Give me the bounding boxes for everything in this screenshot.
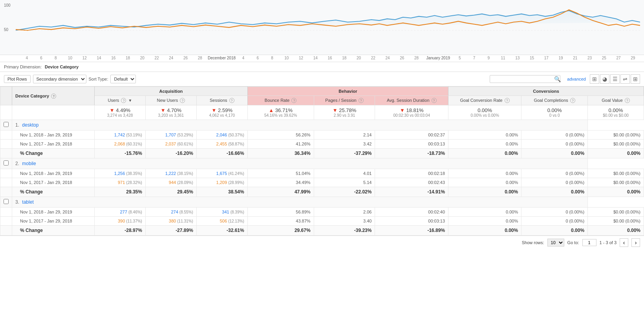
date1-goal-completions: 0 (0.00%) bbox=[521, 131, 588, 140]
date1-pages-session: 4.01 bbox=[314, 169, 375, 178]
date1-label: Nov 1, 2018 - Jan 29, 2019 bbox=[12, 208, 95, 217]
users-header[interactable]: Users ? ▼ bbox=[95, 96, 146, 105]
date1-users: 277 (8.46%) bbox=[95, 208, 146, 217]
goal-value-header[interactable]: Goal Value ? bbox=[588, 96, 644, 105]
bounce-rate-help-icon[interactable]: ? bbox=[291, 98, 296, 103]
date1-sessions: 1,675 (41.24%) bbox=[196, 169, 247, 178]
view-compare-button[interactable]: ⇌ bbox=[620, 74, 630, 84]
primary-dim-value: Device Category bbox=[45, 64, 79, 69]
date2-avg-session: 00:02:43 bbox=[375, 178, 448, 187]
date1-users: 1,256 (38.35%) bbox=[95, 169, 146, 178]
pages-session-help-icon[interactable]: ? bbox=[359, 98, 364, 103]
goal-completions-header[interactable]: Goal Completions ? bbox=[521, 96, 588, 105]
date2-users: 390 (11.37%) bbox=[95, 217, 146, 226]
sessions-help-icon[interactable]: ? bbox=[229, 98, 234, 103]
row-checkbox[interactable] bbox=[0, 120, 12, 131]
go-to-input[interactable] bbox=[582, 239, 596, 246]
date1-goal-conv-rate: 0.00% bbox=[448, 208, 521, 217]
date1-new-users: 274 (8.55%) bbox=[145, 208, 196, 217]
new-users-help-icon[interactable]: ? bbox=[180, 98, 185, 103]
date2-goal-conv-rate: 0.00% bbox=[448, 178, 521, 187]
date2-bounce-rate: 34.49% bbox=[247, 178, 314, 187]
view-list-button[interactable]: ☰ bbox=[610, 74, 620, 84]
date2-sessions: 2,455 (58.87%) bbox=[196, 140, 247, 149]
row-checkbox[interactable] bbox=[0, 158, 12, 169]
change-sessions: -16.66% bbox=[196, 149, 247, 158]
go-to-label: Go to: bbox=[567, 240, 579, 245]
date1-pages-session: 2.06 bbox=[314, 208, 375, 217]
new-users-header[interactable]: New Users ? bbox=[145, 96, 196, 105]
bounce-rate-header[interactable]: Bounce Rate ? bbox=[247, 96, 314, 105]
summary-avg-session-cell: ▼ 18.81% 00:02:30 vs 00:03:04 bbox=[375, 105, 448, 120]
date2-users: 971 (28.32%) bbox=[95, 178, 146, 187]
category-name: 1. desktop bbox=[12, 120, 588, 131]
date1-sessions: 2,046 (50.37%) bbox=[196, 131, 247, 140]
change-goal-conv-rate: 0.00% bbox=[448, 226, 521, 236]
date1-pages-session: 2.14 bbox=[314, 131, 375, 140]
change-goal-conv-rate: 0.00% bbox=[448, 187, 521, 197]
change-pages-session: -22.02% bbox=[314, 187, 375, 197]
goal-conv-rate-help-icon[interactable]: ? bbox=[505, 98, 510, 103]
change-row: % Change -15.76% -16.20% -16.66% 36.34% … bbox=[0, 149, 644, 158]
goal-completions-help-icon[interactable]: ? bbox=[570, 98, 575, 103]
acquisition-group-header: Acquisition bbox=[95, 87, 248, 96]
date2-row: Nov 1, 2017 - Jan 29, 2018 390 (11.37%) … bbox=[0, 217, 644, 226]
date2-goal-value: $0.00 (0.00%) bbox=[588, 178, 644, 187]
change-goal-completions: 0.00% bbox=[521, 187, 588, 197]
date2-goal-completions: 0 (0.00%) bbox=[521, 217, 588, 226]
sort-type-select[interactable]: Default bbox=[110, 75, 136, 83]
date2-new-users: 380 (11.31%) bbox=[145, 217, 196, 226]
date1-row: Nov 1, 2018 - Jan 29, 2019 277 (8.46%) 2… bbox=[0, 208, 644, 217]
next-page-button[interactable]: › bbox=[631, 238, 640, 247]
change-pages-session: -37.29% bbox=[314, 149, 375, 158]
device-category-help-icon[interactable]: ? bbox=[51, 94, 56, 99]
users-help-icon[interactable]: ? bbox=[121, 98, 126, 103]
category-row: 1. desktop bbox=[0, 120, 644, 131]
date2-goal-conv-rate: 0.00% bbox=[448, 140, 521, 149]
advanced-link[interactable]: advanced bbox=[567, 77, 586, 81]
show-rows-label: Show rows: bbox=[522, 240, 544, 245]
change-sessions: -32.61% bbox=[196, 226, 247, 236]
conversions-group-header: Conversions bbox=[448, 87, 644, 96]
view-grid-button[interactable]: ⊞ bbox=[590, 74, 599, 84]
goal-conv-rate-header[interactable]: Goal Conversion Rate ? bbox=[448, 96, 521, 105]
search-input[interactable] bbox=[490, 75, 560, 83]
sessions-header[interactable]: Sessions ? bbox=[196, 96, 247, 105]
avg-session-header[interactable]: Avg. Session Duration ? bbox=[375, 96, 448, 105]
summary-row: ▼ 4.49% 3,274 vs 3,428 ▼ 4.70% 3,203 vs … bbox=[0, 105, 644, 120]
date2-sessions: 506 (12.13%) bbox=[196, 217, 247, 226]
view-pie-button[interactable]: ◕ bbox=[600, 74, 609, 84]
page-info: 1 - 3 of 3 bbox=[600, 240, 617, 245]
summary-goal-conv-rate-cell: 0.00% 0.00% vs 0.00% bbox=[448, 105, 521, 120]
plot-rows-button[interactable]: Plot Rows bbox=[4, 75, 31, 83]
date1-row: Nov 1, 2018 - Jan 29, 2019 1,742 (53.19%… bbox=[0, 131, 644, 140]
date1-goal-completions: 0 (0.00%) bbox=[521, 208, 588, 217]
row-checkbox[interactable] bbox=[0, 197, 12, 208]
toolbar: Plot Rows Secondary dimension Sort Type:… bbox=[0, 72, 644, 86]
change-users: 29.35% bbox=[95, 187, 146, 197]
date1-avg-session: 00:02:37 bbox=[375, 131, 448, 140]
date1-bounce-rate: 51.04% bbox=[247, 169, 314, 178]
prev-page-button[interactable]: ‹ bbox=[620, 238, 628, 247]
show-rows-select[interactable]: 10 bbox=[547, 239, 564, 247]
date1-users: 1,742 (53.19%) bbox=[95, 131, 146, 140]
summary-sessions-cell: ▼ 2.59% 4,062 vs 4,170 bbox=[196, 105, 247, 120]
change-sessions: 38.54% bbox=[196, 187, 247, 197]
category-name: 2. mobile bbox=[12, 158, 588, 169]
secondary-dimension-select[interactable]: Secondary dimension bbox=[33, 75, 86, 83]
date2-row: Nov 1, 2017 - Jan 29, 2018 2,068 (60.31%… bbox=[0, 140, 644, 149]
avg-session-help-icon[interactable]: ? bbox=[432, 98, 437, 103]
change-bounce-rate: 29.67% bbox=[247, 226, 314, 236]
view-pivot-button[interactable]: ⊞ bbox=[631, 74, 640, 84]
change-goal-completions: 0.00% bbox=[521, 226, 588, 236]
change-row: % Change 29.35% 29.45% 38.54% 47.99% -22… bbox=[0, 187, 644, 197]
goal-value-help-icon[interactable]: ? bbox=[625, 98, 630, 103]
date1-bounce-rate: 56.26% bbox=[247, 131, 314, 140]
users-sort-arrow[interactable]: ▼ bbox=[128, 98, 132, 103]
date1-row: Nov 1, 2018 - Jan 29, 2019 1,256 (38.35%… bbox=[0, 169, 644, 178]
x-axis-labels: 4 6 8 10 12 14 16 18 20 22 24 26 28 Dece… bbox=[0, 55, 644, 62]
data-table-wrapper: Device Category ? Acquisition Behavior C… bbox=[0, 86, 644, 236]
pages-session-header[interactable]: Pages / Session ? bbox=[314, 96, 375, 105]
change-pages-session: -39.23% bbox=[314, 226, 375, 236]
summary-pages-session-cell: ▼ 25.78% 2.90 vs 3.91 bbox=[314, 105, 375, 120]
